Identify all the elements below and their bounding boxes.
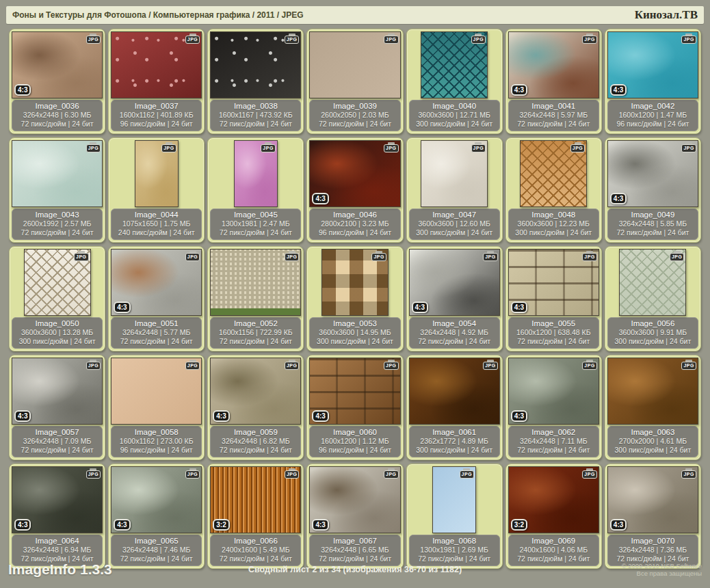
image-name: Image_0043	[13, 211, 101, 219]
image-info-panel: Image_0050 3600x3600 | 13.28 МБ 300 пикс…	[12, 317, 103, 349]
thumbnail-image: JPG	[607, 358, 698, 425]
format-badge: JPG	[483, 360, 498, 370]
image-dimensions-size: 2362x1772 | 4.89 МБ	[410, 437, 499, 446]
format-badge: JPG	[582, 251, 597, 261]
format-badge-tab-icon	[586, 34, 593, 36]
aspect-ratio-badge: 4:3	[511, 302, 527, 313]
format-badge: JPG	[384, 142, 399, 152]
format-badge-tab-icon	[189, 360, 196, 362]
image-resolution-depth: 72 пикс/дюйм | 24 бит	[13, 120, 101, 129]
thumbnail-image: JPG 4:3	[607, 31, 698, 98]
aspect-ratio-badge: 3:2	[511, 519, 527, 531]
image-dimensions-size: 3600x3600 | 12.23 МБ	[510, 219, 598, 228]
image-cell: JPG 4:3 Image_0049 3264x2448 | 5.85 МБ 7…	[605, 137, 701, 243]
format-badge-tab-icon	[376, 251, 382, 253]
thumbnail-frame: JPG 4:3	[309, 358, 400, 425]
thumbnail-frame: JPG 3:2	[508, 466, 599, 533]
format-badge-tab-icon	[388, 468, 395, 470]
image-resolution-depth: 300 пикс/дюйм | 24 бит	[609, 337, 697, 346]
format-badge-label: JPG	[670, 253, 685, 261]
format-badge: JPG	[285, 251, 300, 261]
image-resolution-depth: 72 пикс/дюйм | 24 бит	[510, 337, 598, 346]
format-badge: JPG	[285, 360, 300, 370]
format-badge-tab-icon	[463, 468, 470, 470]
format-badge-tab-icon	[685, 360, 692, 362]
image-cell: JPG Image_0047 3600x3600 | 12.60 МБ 300 …	[406, 137, 503, 243]
format-badge-tab-icon	[586, 360, 593, 362]
image-info-panel: Image_0043 2600x1992 | 2.57 МБ 72 пикс/д…	[12, 209, 103, 240]
format-badge-label: JPG	[681, 362, 696, 370]
format-badge: JPG	[86, 468, 101, 479]
thumbnail-image: JPG	[520, 140, 587, 207]
image-name: Image_0070	[609, 537, 697, 546]
image-resolution-depth: 96 пикс/дюйм | 24 бит	[311, 446, 399, 455]
format-badge: JPG	[582, 468, 597, 479]
image-cell: JPG Image_0056 3600x3600 | 9.91 МБ 300 п…	[605, 246, 701, 351]
format-badge-tab-icon	[475, 142, 482, 144]
image-info-panel: Image_0047 3600x3600 | 12.60 МБ 300 пикс…	[409, 209, 500, 240]
format-badge: JPG	[460, 468, 475, 479]
thumbnail-image: JPG	[421, 31, 488, 98]
thumbnail-image: JPG	[135, 140, 179, 207]
image-info-panel: Image_0039 2600x2050 | 2.03 МБ 72 пикс/д…	[309, 100, 400, 131]
image-info-panel: Image_0057 3264x2448 | 7.09 МБ 72 пикс/д…	[12, 426, 103, 457]
image-resolution-depth: 72 пикс/дюйм | 24 бит	[211, 446, 300, 455]
image-dimensions-size: 3600x3600 | 12.60 МБ	[410, 219, 499, 228]
image-dimensions-size: 3264x2448 | 5.85 МБ	[609, 219, 697, 228]
thumbnail-image: JPG 4:3	[309, 358, 400, 425]
image-name: Image_0038	[211, 102, 300, 111]
format-badge-tab-icon	[90, 468, 96, 470]
thumbnail-frame: JPG 4:3	[508, 31, 599, 98]
aspect-ratio-badge: 4:3	[14, 84, 31, 96]
image-cell: JPG Image_0052 1600x1156 | 722.99 КБ 72 …	[207, 246, 304, 351]
image-dimensions-size: 3600x3600 | 14.95 МБ	[311, 328, 399, 337]
format-badge-label: JPG	[471, 144, 486, 152]
format-badge: JPG	[570, 142, 586, 152]
image-name: Image_0044	[112, 211, 200, 219]
aspect-ratio-badge: 4:3	[610, 519, 627, 531]
image-name: Image_0065	[112, 537, 200, 546]
image-dimensions-size: 1600x1200 | 1.12 МБ	[311, 437, 399, 446]
image-cell: JPG 4:3 Image_0042 1600x1200 | 1.47 МБ 9…	[605, 29, 701, 134]
format-badge: JPG	[86, 142, 101, 152]
format-badge-tab-icon	[586, 251, 593, 253]
thumbnail-frame: JPG	[111, 140, 202, 207]
thumbnail-frame: JPG 4:3	[210, 358, 301, 425]
format-badge-label: JPG	[285, 362, 300, 370]
format-badge-tab-icon	[575, 142, 581, 144]
format-badge-label: JPG	[384, 144, 399, 152]
format-badge-tab-icon	[487, 360, 494, 362]
image-name: Image_0064	[13, 537, 101, 546]
format-badge-tab-icon	[388, 34, 395, 36]
image-info-panel: Image_0046 2800x2100 | 3.23 МБ 96 пикс/д…	[309, 209, 400, 240]
format-badge-tab-icon	[189, 34, 196, 36]
thumbnail-image: JPG 4:3	[210, 358, 301, 425]
aspect-ratio-badge: 4:3	[312, 410, 328, 422]
format-badge-label: JPG	[285, 253, 300, 261]
image-resolution-depth: 300 пикс/дюйм | 24 бит	[609, 446, 697, 455]
image-info-panel: Image_0056 3600x3600 | 9.91 МБ 300 пикс/…	[607, 317, 698, 349]
format-badge-label: JPG	[86, 470, 101, 479]
image-name: Image_0068	[410, 537, 499, 546]
image-cell: JPG Image_0063 2700x2000 | 4.61 МБ 300 п…	[605, 355, 701, 460]
format-badge: JPG	[681, 468, 696, 479]
image-resolution-depth: 300 пикс/дюйм | 24 бит	[311, 337, 399, 346]
format-badge-label: JPG	[185, 36, 200, 44]
image-info-panel: Image_0052 1600x1156 | 722.99 КБ 72 пикс…	[210, 317, 301, 349]
thumbnail-frame: JPG	[111, 358, 202, 425]
thumbnail-frame: JPG 4:3	[309, 140, 400, 207]
thumbnail-image: JPG 4:3	[409, 249, 500, 316]
image-name: Image_0059	[211, 428, 300, 437]
image-name: Image_0050	[13, 319, 101, 328]
image-dimensions-size: 2700x2000 | 4.61 МБ	[609, 437, 697, 446]
thumbnail-image: JPG	[210, 249, 301, 316]
format-badge-label: JPG	[384, 470, 399, 479]
format-badge-label: JPG	[582, 362, 597, 370]
image-name: Image_0036	[13, 102, 101, 111]
image-dimensions-size: 1600x1200 | 1.47 МБ	[609, 111, 697, 120]
format-badge: JPG	[86, 360, 101, 370]
thumbnail-image: JPG 4:3	[111, 466, 202, 533]
image-resolution-depth: 96 пикс/дюйм | 24 бит	[609, 120, 697, 129]
format-badge-label: JPG	[261, 144, 276, 152]
thumbnail-frame: JPG	[607, 358, 698, 425]
